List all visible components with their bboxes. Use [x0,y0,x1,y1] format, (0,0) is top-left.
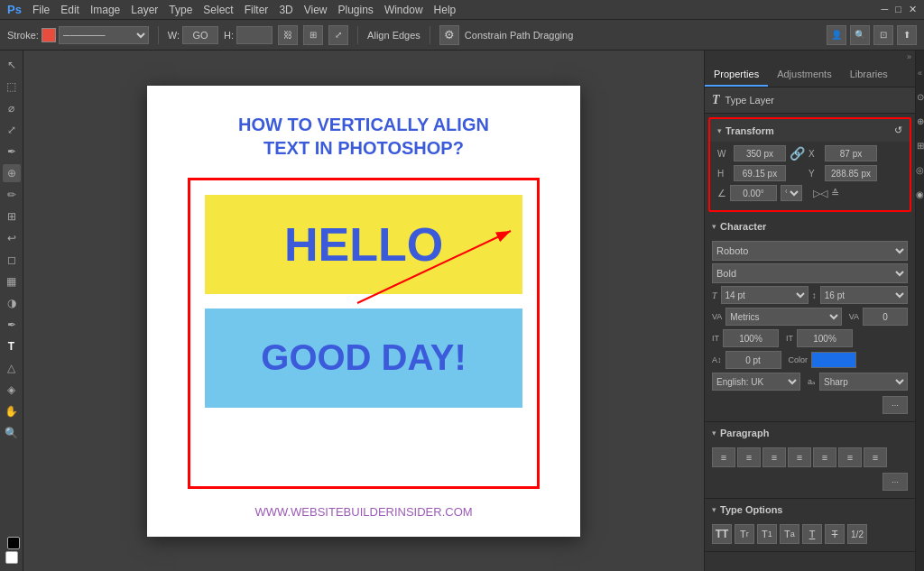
para-more-button[interactable]: ··· [882,473,908,491]
background-color[interactable] [5,551,18,564]
type-opt-tt-button[interactable]: TT [712,524,732,544]
tool-path[interactable]: △ [3,359,21,377]
layout-button[interactable]: ⊡ [873,25,893,45]
type-opt-frac-button[interactable]: 1/2 [847,524,867,544]
character-header[interactable]: ▾ Character [705,216,915,237]
link-icon[interactable]: 🔗 [790,146,805,161]
kerning-input[interactable] [863,308,908,326]
user-button[interactable]: 👤 [827,25,846,45]
vertical-scale-input[interactable] [723,329,779,347]
language-select[interactable]: English: UK [712,373,800,391]
baseline-input[interactable] [725,351,781,369]
tool-crop[interactable]: ⤢ [3,121,21,139]
tool-lasso[interactable]: ⌀ [3,99,21,117]
tool-hand[interactable]: ✋ [3,402,21,420]
menu-filter[interactable]: Filter [245,4,269,16]
search-button[interactable]: 🔍 [850,25,870,45]
tool-zoom[interactable]: 🔍 [3,424,21,442]
align-right-button[interactable]: ≡ [762,447,786,467]
stroke-color-swatch[interactable] [42,28,56,42]
horizontal-scale-input[interactable] [797,329,853,347]
align-center-button[interactable]: ≡ [737,447,761,467]
width-input[interactable] [182,26,218,44]
right-edge-icon-3[interactable]: ⊞ [917,141,924,151]
menu-view[interactable]: View [304,4,328,16]
minimize-button[interactable]: ─ [882,4,889,15]
stroke-style-select[interactable]: ────── [59,26,149,44]
tool-dodge[interactable]: ◑ [3,294,21,312]
align-button[interactable]: ⊞ [303,25,323,45]
right-edge-icon-4[interactable]: ◎ [916,165,924,175]
justify-all-button[interactable]: ≡ [864,447,887,467]
type-options-header[interactable]: ▾ Type Options [705,499,915,520]
menu-3d[interactable]: 3D [279,4,292,16]
font-family-select[interactable]: Roboto [712,241,908,261]
right-edge-collapse[interactable]: « [918,69,922,78]
menu-file[interactable]: File [32,4,50,16]
menu-plugins[interactable]: Plugins [338,4,374,16]
tool-history[interactable]: ↩ [3,229,21,247]
foreground-color[interactable] [7,537,20,549]
tab-adjustments[interactable]: Adjustments [768,63,841,87]
tool-gradient[interactable]: ▦ [3,272,21,290]
transform-w-input[interactable] [734,145,786,161]
tab-libraries[interactable]: Libraries [841,63,897,87]
type-opt-tsup-button[interactable]: T1 [757,524,777,544]
font-size-select[interactable]: 14 pt [721,286,808,304]
share-button[interactable]: ⬆ [897,25,917,45]
menu-edit[interactable]: Edit [60,4,79,16]
transform-button[interactable]: ⤢ [328,25,348,45]
right-edge-icon-2[interactable]: ⊕ [917,116,924,126]
transform-angle-input[interactable] [730,185,777,201]
toolbar-separator-1 [158,26,159,44]
text-color-swatch[interactable] [811,352,856,368]
transform-header[interactable]: ▾ Transform ↺ [710,119,910,142]
tracking-select[interactable]: Metrics [725,308,841,326]
menu-type[interactable]: Type [169,4,192,16]
settings-button[interactable]: ⚙ [439,25,459,45]
type-opt-t-button[interactable]: T [802,524,822,544]
close-button[interactable]: ✕ [909,4,917,15]
tool-heal[interactable]: ⊕ [3,164,21,182]
justify-right-button[interactable]: ≡ [838,447,862,467]
type-opt-tf-button[interactable]: T [825,524,845,544]
tool-eyedropper[interactable]: ✒ [3,143,21,161]
tool-brush[interactable]: ✏ [3,186,21,204]
justify-center-button[interactable]: ≡ [813,447,836,467]
type-opt-tsub-button[interactable]: Ta [780,524,799,544]
leading-select[interactable]: 16 pt [820,286,908,304]
maximize-button[interactable]: □ [895,4,901,15]
angle-unit-select[interactable]: ° [781,185,802,201]
anti-alias-select[interactable]: Sharp [819,373,908,391]
transform-y-input[interactable] [825,165,877,181]
tool-move[interactable]: ↖ [3,56,21,74]
char-more-button[interactable]: ··· [882,396,908,414]
tab-properties[interactable]: Properties [705,63,768,87]
menu-layer[interactable]: Layer [131,4,158,16]
height-input[interactable] [236,26,273,44]
menu-image[interactable]: Image [90,4,120,16]
collapse-icon[interactable]: » [907,52,911,61]
right-edge-icon-1[interactable]: ⊙ [917,92,924,102]
right-edge-icon-5[interactable]: ◉ [916,189,924,199]
tool-eraser[interactable]: ◻ [3,251,21,269]
tool-text[interactable]: T [3,337,21,355]
menu-select[interactable]: Select [203,4,233,16]
aspect-lock-button[interactable]: ⛓ [278,25,298,45]
tool-3d[interactable]: ◈ [3,381,21,399]
transform-x-input[interactable] [825,145,877,161]
transform-h-input[interactable] [734,165,786,181]
transform-refresh-icon[interactable]: ↺ [894,124,902,136]
menu-help[interactable]: Help [434,4,457,16]
stroke-control: Stroke: ────── [7,26,149,44]
justify-left-button[interactable]: ≡ [788,447,811,467]
tool-clone[interactable]: ⊞ [3,207,21,226]
menu-window[interactable]: Window [384,4,423,16]
paragraph-header[interactable]: ▾ Paragraph [705,422,915,444]
type-opt-tr-button[interactable]: Tr [735,524,754,544]
sidebar-collapse-top: » [705,51,915,63]
font-style-select[interactable]: Bold [712,263,908,283]
tool-pen[interactable]: ✒ [3,316,21,334]
align-left-button[interactable]: ≡ [712,447,735,467]
tool-select[interactable]: ⬚ [3,78,21,96]
